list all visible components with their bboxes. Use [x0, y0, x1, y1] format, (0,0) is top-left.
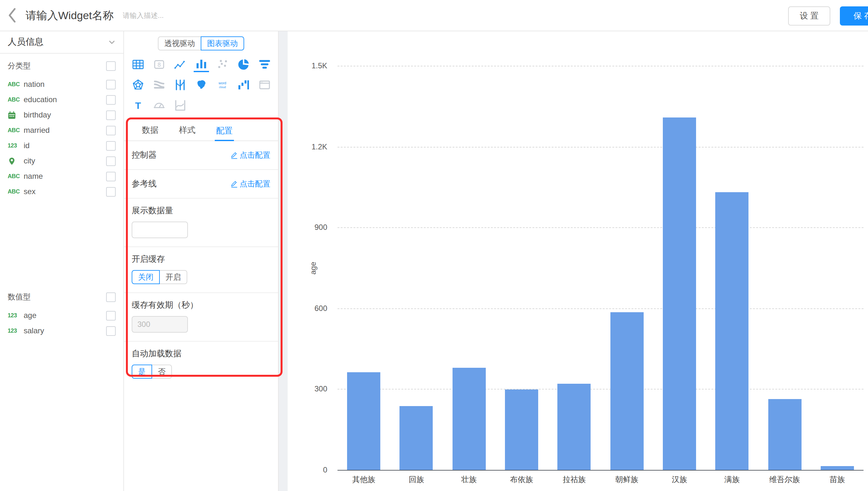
tab-data[interactable]: 数据 — [141, 121, 160, 141]
pie-chart-icon[interactable] — [236, 57, 251, 72]
field-item-name[interactable]: ABCname — [0, 169, 124, 184]
tab-config[interactable]: 配置 — [215, 121, 234, 141]
gridline — [337, 227, 864, 228]
chart-driven-button[interactable]: 图表驱动 — [201, 36, 244, 51]
y-tick-label: 1.5K — [311, 61, 327, 70]
field-section-header: 数值型 — [0, 289, 124, 305]
field-item-nation[interactable]: ABCnation — [0, 77, 124, 92]
field-select-checkbox[interactable] — [106, 141, 116, 150]
display-limit-input[interactable] — [132, 222, 188, 238]
sankey-chart-icon — [152, 77, 167, 93]
field-item-married[interactable]: ABCmarried — [0, 123, 124, 138]
bar-朝鲜族[interactable] — [611, 312, 644, 470]
scatter-chart-icon — [215, 57, 230, 72]
line-chart-icon[interactable] — [172, 57, 188, 72]
widget-editor: 请输入Widget名称 请输入描述... 设 置 保 存 人员信息 分类型ABC… — [0, 0, 868, 491]
x-axis: 其他族回族壮族布依族拉祜族朝鲜族汉族满族维吾尔族苗族 — [337, 474, 864, 486]
bar-维吾尔族[interactable] — [768, 399, 802, 470]
map-chart-icon[interactable] — [194, 77, 209, 93]
table-chart-icon[interactable] — [130, 57, 146, 72]
cache-expire-label: 缓存有效期（秒） — [132, 299, 270, 311]
chart-type-grid: 8wordcloudT — [130, 57, 278, 113]
field-item-education[interactable]: ABCeducation — [0, 92, 124, 107]
bar-汉族[interactable] — [663, 117, 696, 470]
field-select-checkbox[interactable] — [106, 171, 116, 181]
y-tick-label: 1.2K — [311, 142, 327, 151]
gridline — [337, 389, 864, 390]
cache-on-button[interactable]: 开启 — [159, 270, 187, 284]
chart-panel: age 03006009001.2K1.5K 其他族回族壮族布依族拉祜族朝鲜族汉… — [288, 31, 868, 491]
parallel-chart-icon[interactable] — [172, 77, 188, 93]
y-tick-label: 600 — [315, 304, 327, 313]
x-tick-label: 苗族 — [811, 474, 864, 485]
number-type-icon: 123 — [8, 312, 22, 319]
field-select-checkbox[interactable] — [106, 156, 116, 166]
controller-label: 控制器 — [132, 149, 157, 161]
field-item-birthday[interactable]: birthday — [0, 107, 124, 123]
bar-回族[interactable] — [400, 406, 433, 470]
field-item-id[interactable]: 123id — [0, 138, 124, 153]
gridline — [337, 147, 864, 147]
reference-configure-link[interactable]: 点击配置 — [231, 178, 270, 189]
autoload-yes-button[interactable]: 是 — [132, 365, 152, 379]
field-select-checkbox[interactable] — [106, 80, 116, 89]
view-selector[interactable]: 人员信息 — [0, 31, 124, 54]
bar-chart-icon[interactable] — [194, 57, 209, 72]
field-item-city[interactable]: city — [0, 153, 124, 169]
fields-sidebar: 人员信息 分类型ABCnationABCeducationbirthdayABC… — [0, 31, 124, 491]
bar-布依族[interactable] — [505, 389, 538, 470]
field-select-checkbox[interactable] — [106, 187, 116, 196]
controller-configure-link[interactable]: 点击配置 — [231, 150, 270, 161]
pivot-driven-button[interactable]: 透视驱动 — [158, 36, 201, 51]
svg-text:T: T — [135, 100, 141, 111]
cache-label: 开启缓存 — [132, 254, 270, 265]
autoload-no-button[interactable]: 否 — [152, 365, 172, 379]
radar-chart-icon[interactable] — [130, 77, 146, 93]
funnel-chart-icon[interactable] — [257, 57, 272, 72]
chevron-left-icon — [6, 7, 18, 24]
field-item-salary[interactable]: 123salary — [0, 323, 124, 338]
field-section: 分类型ABCnationABCeducationbirthdayABCmarri… — [0, 57, 124, 199]
mode-toggle: 透视驱动图表驱动 — [124, 36, 278, 51]
field-item-sex[interactable]: ABCsex — [0, 184, 124, 199]
x-tick-label: 朝鲜族 — [600, 474, 653, 485]
tab-style[interactable]: 样式 — [178, 121, 197, 141]
cache-expire-section: 缓存有效期（秒） — [124, 293, 278, 342]
text-type-icon: ABC — [8, 96, 22, 103]
field-name: married — [24, 126, 50, 135]
field-select-checkbox[interactable] — [106, 125, 116, 135]
field-select-checkbox[interactable] — [106, 326, 116, 336]
x-tick-label: 拉祜族 — [548, 474, 600, 485]
section-select-checkbox[interactable] — [106, 292, 116, 302]
waterfall-chart-icon[interactable] — [236, 77, 251, 93]
field-section-label: 分类型 — [8, 60, 31, 71]
bar-拉祜族[interactable] — [558, 384, 591, 470]
field-item-age[interactable]: 123age — [0, 308, 124, 323]
back-button[interactable] — [6, 5, 23, 26]
gauge-chart-icon — [152, 98, 167, 113]
text-type-icon: ABC — [8, 81, 22, 87]
richtext-chart-icon[interactable]: T — [130, 98, 146, 113]
field-select-checkbox[interactable] — [106, 311, 116, 320]
field-name: education — [24, 95, 57, 104]
bar-苗族[interactable] — [821, 466, 854, 470]
svg-text:word: word — [218, 81, 226, 85]
settings-button[interactable]: 设 置 — [788, 6, 830, 26]
bar-壮族[interactable] — [453, 368, 486, 470]
gridline — [337, 66, 864, 66]
field-select-checkbox[interactable] — [106, 95, 116, 105]
plot-area — [337, 66, 864, 470]
panel-tabs: 数据样式配置 — [124, 121, 278, 141]
wordcloud-chart-icon[interactable]: wordcloud — [215, 77, 230, 93]
widget-name-input[interactable]: 请输入Widget名称 — [26, 8, 114, 23]
controller-row: 控制器 点击配置 — [124, 141, 278, 170]
save-button[interactable]: 保 存 — [840, 6, 868, 26]
reference-line-label: 参考线 — [132, 178, 157, 190]
widget-description-input[interactable]: 请输入描述... — [123, 10, 164, 20]
cache-off-button[interactable]: 关闭 — [132, 270, 160, 284]
edit-icon — [231, 180, 238, 187]
bar-满族[interactable] — [715, 192, 749, 470]
field-select-checkbox[interactable] — [106, 110, 116, 120]
section-select-checkbox[interactable] — [106, 61, 116, 70]
bar-其他族[interactable] — [347, 372, 380, 470]
